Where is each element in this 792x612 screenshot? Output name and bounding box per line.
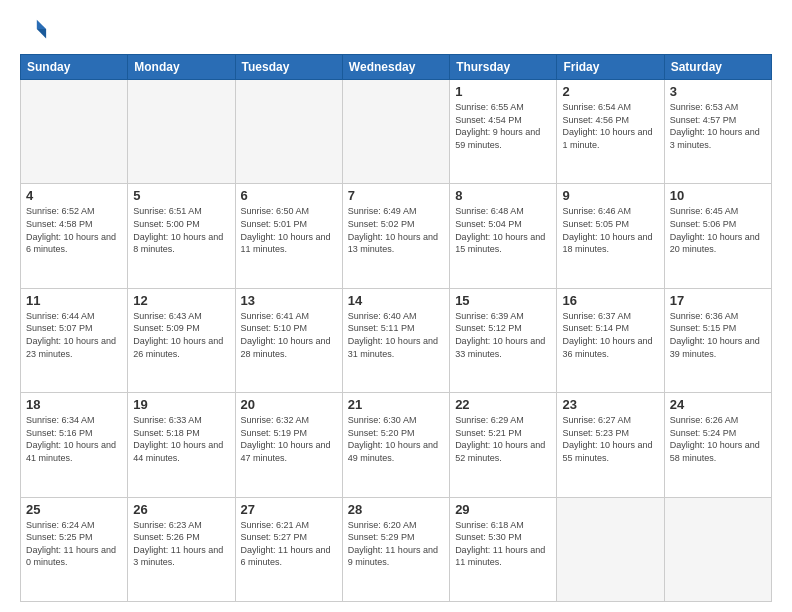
- calendar-cell: [21, 80, 128, 184]
- weekday-header: Sunday: [21, 55, 128, 80]
- day-number: 3: [670, 84, 766, 99]
- day-info: Sunrise: 6:54 AMSunset: 4:56 PMDaylight:…: [562, 101, 658, 151]
- svg-marker-1: [37, 29, 46, 38]
- day-number: 24: [670, 397, 766, 412]
- calendar-cell: 5Sunrise: 6:51 AMSunset: 5:00 PMDaylight…: [128, 184, 235, 288]
- calendar-week-row: 4Sunrise: 6:52 AMSunset: 4:58 PMDaylight…: [21, 184, 772, 288]
- day-number: 5: [133, 188, 229, 203]
- day-info: Sunrise: 6:29 AMSunset: 5:21 PMDaylight:…: [455, 414, 551, 464]
- day-number: 26: [133, 502, 229, 517]
- calendar-cell: [342, 80, 449, 184]
- day-number: 10: [670, 188, 766, 203]
- calendar-cell: 13Sunrise: 6:41 AMSunset: 5:10 PMDayligh…: [235, 288, 342, 392]
- day-number: 17: [670, 293, 766, 308]
- calendar-cell: [128, 80, 235, 184]
- day-info: Sunrise: 6:33 AMSunset: 5:18 PMDaylight:…: [133, 414, 229, 464]
- calendar-cell: 23Sunrise: 6:27 AMSunset: 5:23 PMDayligh…: [557, 393, 664, 497]
- calendar-cell: 27Sunrise: 6:21 AMSunset: 5:27 PMDayligh…: [235, 497, 342, 601]
- day-info: Sunrise: 6:27 AMSunset: 5:23 PMDaylight:…: [562, 414, 658, 464]
- calendar-cell: 16Sunrise: 6:37 AMSunset: 5:14 PMDayligh…: [557, 288, 664, 392]
- header: [20, 16, 772, 44]
- calendar-week-row: 1Sunrise: 6:55 AMSunset: 4:54 PMDaylight…: [21, 80, 772, 184]
- calendar-cell: [557, 497, 664, 601]
- weekday-header: Wednesday: [342, 55, 449, 80]
- calendar-cell: 9Sunrise: 6:46 AMSunset: 5:05 PMDaylight…: [557, 184, 664, 288]
- calendar-header: SundayMondayTuesdayWednesdayThursdayFrid…: [21, 55, 772, 80]
- weekday-header: Monday: [128, 55, 235, 80]
- calendar-cell: 15Sunrise: 6:39 AMSunset: 5:12 PMDayligh…: [450, 288, 557, 392]
- calendar-cell: 24Sunrise: 6:26 AMSunset: 5:24 PMDayligh…: [664, 393, 771, 497]
- day-info: Sunrise: 6:30 AMSunset: 5:20 PMDaylight:…: [348, 414, 444, 464]
- day-number: 19: [133, 397, 229, 412]
- day-number: 11: [26, 293, 122, 308]
- day-number: 4: [26, 188, 122, 203]
- day-info: Sunrise: 6:18 AMSunset: 5:30 PMDaylight:…: [455, 519, 551, 569]
- day-info: Sunrise: 6:39 AMSunset: 5:12 PMDaylight:…: [455, 310, 551, 360]
- day-info: Sunrise: 6:32 AMSunset: 5:19 PMDaylight:…: [241, 414, 337, 464]
- calendar-cell: 14Sunrise: 6:40 AMSunset: 5:11 PMDayligh…: [342, 288, 449, 392]
- weekday-header: Saturday: [664, 55, 771, 80]
- calendar-cell: [235, 80, 342, 184]
- calendar-cell: 20Sunrise: 6:32 AMSunset: 5:19 PMDayligh…: [235, 393, 342, 497]
- day-info: Sunrise: 6:53 AMSunset: 4:57 PMDaylight:…: [670, 101, 766, 151]
- day-info: Sunrise: 6:20 AMSunset: 5:29 PMDaylight:…: [348, 519, 444, 569]
- calendar-cell: 12Sunrise: 6:43 AMSunset: 5:09 PMDayligh…: [128, 288, 235, 392]
- day-number: 29: [455, 502, 551, 517]
- day-info: Sunrise: 6:43 AMSunset: 5:09 PMDaylight:…: [133, 310, 229, 360]
- calendar-cell: 4Sunrise: 6:52 AMSunset: 4:58 PMDaylight…: [21, 184, 128, 288]
- day-number: 15: [455, 293, 551, 308]
- calendar-cell: 6Sunrise: 6:50 AMSunset: 5:01 PMDaylight…: [235, 184, 342, 288]
- day-number: 21: [348, 397, 444, 412]
- day-info: Sunrise: 6:55 AMSunset: 4:54 PMDaylight:…: [455, 101, 551, 151]
- calendar-cell: 18Sunrise: 6:34 AMSunset: 5:16 PMDayligh…: [21, 393, 128, 497]
- day-info: Sunrise: 6:48 AMSunset: 5:04 PMDaylight:…: [455, 205, 551, 255]
- day-number: 14: [348, 293, 444, 308]
- day-info: Sunrise: 6:26 AMSunset: 5:24 PMDaylight:…: [670, 414, 766, 464]
- weekday-header: Friday: [557, 55, 664, 80]
- calendar-cell: 3Sunrise: 6:53 AMSunset: 4:57 PMDaylight…: [664, 80, 771, 184]
- day-info: Sunrise: 6:52 AMSunset: 4:58 PMDaylight:…: [26, 205, 122, 255]
- day-info: Sunrise: 6:49 AMSunset: 5:02 PMDaylight:…: [348, 205, 444, 255]
- page: SundayMondayTuesdayWednesdayThursdayFrid…: [0, 0, 792, 612]
- day-number: 9: [562, 188, 658, 203]
- weekday-header: Tuesday: [235, 55, 342, 80]
- calendar-cell: [664, 497, 771, 601]
- calendar-cell: 19Sunrise: 6:33 AMSunset: 5:18 PMDayligh…: [128, 393, 235, 497]
- calendar-cell: 11Sunrise: 6:44 AMSunset: 5:07 PMDayligh…: [21, 288, 128, 392]
- day-info: Sunrise: 6:40 AMSunset: 5:11 PMDaylight:…: [348, 310, 444, 360]
- day-number: 18: [26, 397, 122, 412]
- calendar-cell: 8Sunrise: 6:48 AMSunset: 5:04 PMDaylight…: [450, 184, 557, 288]
- calendar-cell: 10Sunrise: 6:45 AMSunset: 5:06 PMDayligh…: [664, 184, 771, 288]
- weekday-header: Thursday: [450, 55, 557, 80]
- day-info: Sunrise: 6:23 AMSunset: 5:26 PMDaylight:…: [133, 519, 229, 569]
- day-number: 6: [241, 188, 337, 203]
- day-number: 22: [455, 397, 551, 412]
- weekday-row: SundayMondayTuesdayWednesdayThursdayFrid…: [21, 55, 772, 80]
- calendar-week-row: 11Sunrise: 6:44 AMSunset: 5:07 PMDayligh…: [21, 288, 772, 392]
- calendar-cell: 25Sunrise: 6:24 AMSunset: 5:25 PMDayligh…: [21, 497, 128, 601]
- day-number: 23: [562, 397, 658, 412]
- day-info: Sunrise: 6:51 AMSunset: 5:00 PMDaylight:…: [133, 205, 229, 255]
- day-number: 20: [241, 397, 337, 412]
- calendar-cell: 29Sunrise: 6:18 AMSunset: 5:30 PMDayligh…: [450, 497, 557, 601]
- day-info: Sunrise: 6:34 AMSunset: 5:16 PMDaylight:…: [26, 414, 122, 464]
- logo-icon: [20, 16, 48, 44]
- day-info: Sunrise: 6:36 AMSunset: 5:15 PMDaylight:…: [670, 310, 766, 360]
- day-number: 28: [348, 502, 444, 517]
- day-number: 27: [241, 502, 337, 517]
- day-number: 1: [455, 84, 551, 99]
- calendar-cell: 28Sunrise: 6:20 AMSunset: 5:29 PMDayligh…: [342, 497, 449, 601]
- day-number: 16: [562, 293, 658, 308]
- logo: [20, 16, 52, 44]
- calendar-cell: 21Sunrise: 6:30 AMSunset: 5:20 PMDayligh…: [342, 393, 449, 497]
- day-number: 13: [241, 293, 337, 308]
- calendar-table: SundayMondayTuesdayWednesdayThursdayFrid…: [20, 54, 772, 602]
- day-info: Sunrise: 6:50 AMSunset: 5:01 PMDaylight:…: [241, 205, 337, 255]
- calendar-cell: 26Sunrise: 6:23 AMSunset: 5:26 PMDayligh…: [128, 497, 235, 601]
- calendar-week-row: 25Sunrise: 6:24 AMSunset: 5:25 PMDayligh…: [21, 497, 772, 601]
- calendar-cell: 1Sunrise: 6:55 AMSunset: 4:54 PMDaylight…: [450, 80, 557, 184]
- calendar-cell: 7Sunrise: 6:49 AMSunset: 5:02 PMDaylight…: [342, 184, 449, 288]
- day-info: Sunrise: 6:41 AMSunset: 5:10 PMDaylight:…: [241, 310, 337, 360]
- day-number: 25: [26, 502, 122, 517]
- day-info: Sunrise: 6:24 AMSunset: 5:25 PMDaylight:…: [26, 519, 122, 569]
